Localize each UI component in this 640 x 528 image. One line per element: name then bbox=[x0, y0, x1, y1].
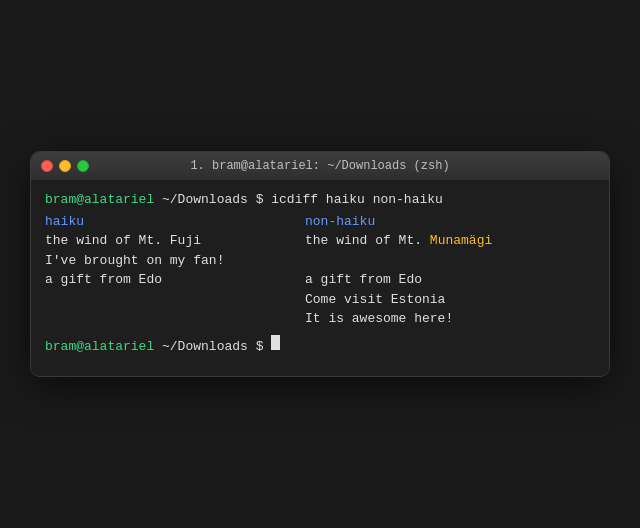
titlebar: 1. bram@alatariel: ~/Downloads (zsh) bbox=[31, 152, 609, 180]
maximize-button[interactable] bbox=[77, 160, 89, 172]
command-prompt-1: bram@alatariel ~/Downloads $ icdiff haik… bbox=[45, 190, 595, 210]
user-host-2: bram@alatariel bbox=[45, 337, 154, 357]
diff-left-row-2: I've brought on my fan! bbox=[45, 251, 305, 271]
terminal-body[interactable]: bram@alatariel ~/Downloads $ icdiff haik… bbox=[31, 180, 609, 376]
window-title: 1. bram@alatariel: ~/Downloads (zsh) bbox=[190, 159, 449, 173]
diff-left-row-5 bbox=[45, 309, 305, 329]
user-host-1: bram@alatariel bbox=[45, 190, 154, 210]
path-2: ~/Downloads bbox=[154, 337, 255, 357]
diff-left-row-4 bbox=[45, 290, 305, 310]
diff-right-row-4: Come visit Estonia bbox=[305, 290, 595, 310]
diff-right-row-1: the wind of Mt. Munamägi bbox=[305, 231, 595, 251]
window-controls[interactable] bbox=[41, 160, 89, 172]
diff-left-row-3: a gift from Edo bbox=[45, 270, 305, 290]
path-1: ~/Downloads bbox=[154, 190, 255, 210]
terminal-cursor bbox=[271, 335, 280, 350]
diff-output: haiku the wind of Mt. Fuji I've brought … bbox=[45, 212, 595, 329]
close-button[interactable] bbox=[41, 160, 53, 172]
terminal-window: 1. bram@alatariel: ~/Downloads (zsh) bra… bbox=[30, 151, 610, 377]
diff-highlight-munamagi: Munamägi bbox=[430, 233, 492, 248]
diff-right-row-5: It is awesome here! bbox=[305, 309, 595, 329]
diff-right-row-2 bbox=[305, 251, 595, 271]
left-header: haiku bbox=[45, 212, 305, 232]
command-prompt-2: bram@alatariel ~/Downloads $ bbox=[45, 335, 595, 357]
command-text: icdiff haiku non-haiku bbox=[271, 190, 443, 210]
diff-right-row-3: a gift from Edo bbox=[305, 270, 595, 290]
right-header: non-haiku bbox=[305, 212, 595, 232]
symbol-2: $ bbox=[256, 337, 272, 357]
diff-left-column: haiku the wind of Mt. Fuji I've brought … bbox=[45, 212, 305, 329]
diff-left-row-1: the wind of Mt. Fuji bbox=[45, 231, 305, 251]
minimize-button[interactable] bbox=[59, 160, 71, 172]
diff-right-column: non-haiku the wind of Mt. Munamägi a gif… bbox=[305, 212, 595, 329]
symbol-1: $ bbox=[256, 190, 272, 210]
